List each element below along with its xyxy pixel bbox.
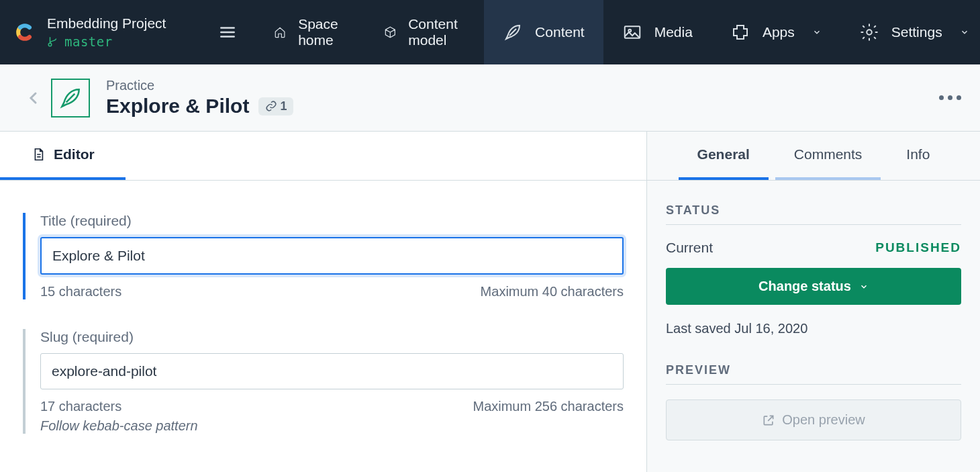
open-preview-button[interactable]: Open preview (666, 399, 961, 440)
hamburger-icon[interactable] (219, 23, 236, 41)
chevron-down-icon (812, 28, 822, 37)
tab-editor[interactable]: Editor (0, 132, 126, 180)
title-input[interactable] (40, 237, 624, 275)
char-max: Maximum 40 characters (481, 284, 624, 299)
home-icon (274, 22, 286, 42)
nav-apps[interactable]: Apps (712, 0, 840, 64)
editor-tabbar: Editor (0, 132, 646, 181)
field-label: Title (required) (40, 213, 624, 229)
slug-input[interactable] (40, 353, 624, 389)
chevron-down-icon (960, 28, 969, 37)
puzzle-icon (730, 22, 750, 42)
branch-icon (47, 36, 59, 48)
status-section-title: STATUS (666, 203, 961, 225)
svg-point-3 (867, 30, 872, 35)
entry-actions-menu[interactable] (939, 95, 961, 100)
sidebar-tab-comments[interactable]: Comments (775, 132, 881, 180)
nav-content-model[interactable]: Content model (365, 0, 485, 64)
gear-icon (859, 22, 879, 42)
back-button[interactable] (26, 90, 42, 106)
sidebar-tab-info[interactable]: Info (887, 132, 948, 180)
nav-label: Space home (298, 16, 346, 48)
nav-label: Apps (763, 24, 795, 40)
content-type-name: Practice (106, 78, 293, 93)
char-count: 17 characters (40, 399, 121, 414)
top-navigation: Embedding Project master Space home Cont… (0, 0, 980, 64)
link-count-badge[interactable]: 1 (258, 97, 293, 115)
field-slug: Slug (required) 17 characters Maximum 25… (23, 329, 624, 434)
last-saved-text: Last saved Jul 16, 2020 (666, 305, 961, 355)
preview-section-title: PREVIEW (666, 363, 961, 385)
contentful-logo-icon (12, 20, 36, 44)
page-header: Practice Explore & Pilot 1 (0, 64, 980, 132)
entry-title: Explore & Pilot (106, 95, 249, 117)
sidebar-tabs: General Comments Info (647, 132, 980, 181)
nav-label: Media (654, 24, 693, 40)
nav-label: Content model (408, 16, 465, 48)
project-name: Embedding Project (47, 15, 166, 32)
change-status-button[interactable]: Change status (666, 268, 961, 305)
status-current-label: Current (666, 240, 713, 256)
content-type-icon (51, 79, 90, 117)
document-icon (31, 147, 46, 162)
nav-space-home[interactable]: Space home (255, 0, 365, 64)
link-icon (265, 100, 277, 112)
field-title: Title (required) 15 characters Maximum 4… (23, 213, 624, 299)
field-hint: Follow kebab-case pattern (40, 418, 624, 434)
nav-label: Content (535, 24, 585, 40)
box-icon (384, 22, 397, 42)
nav-settings[interactable]: Settings (840, 0, 980, 64)
status-current-value: PUBLISHED (875, 240, 961, 255)
breadcrumb: Practice Explore & Pilot 1 (106, 78, 293, 117)
nav-media[interactable]: Media (603, 0, 712, 64)
field-label: Slug (required) (40, 329, 624, 345)
branch-name: master (64, 34, 113, 49)
tab-label: Editor (54, 146, 95, 162)
sidebar-tab-general[interactable]: General (679, 132, 769, 180)
nav-label: Settings (891, 24, 942, 40)
external-link-icon (762, 414, 775, 427)
image-icon (622, 22, 642, 42)
char-max: Maximum 256 characters (473, 399, 624, 414)
nav-content[interactable]: Content (484, 0, 603, 64)
char-count: 15 characters (40, 284, 121, 299)
feather-icon (503, 22, 523, 42)
project-switcher[interactable]: Embedding Project master (0, 0, 255, 64)
chevron-down-icon (859, 282, 869, 291)
